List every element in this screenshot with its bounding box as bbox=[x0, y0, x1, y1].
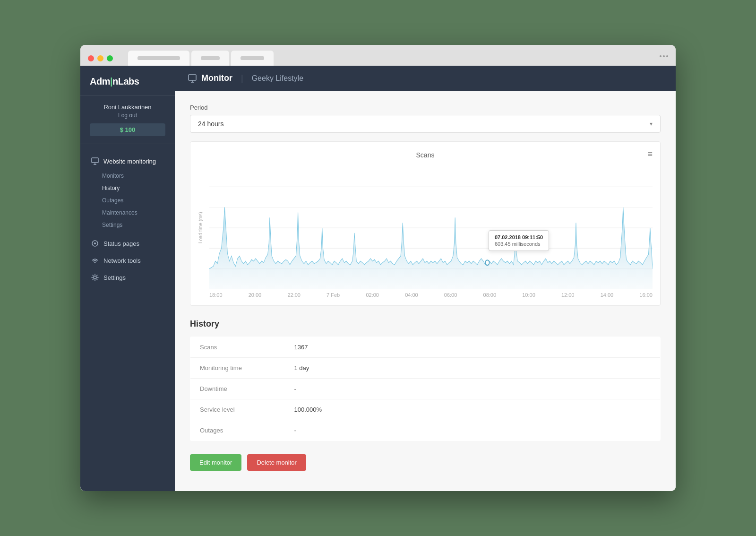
sidebar-item-settings[interactable]: Settings bbox=[80, 269, 175, 286]
table-row: Service level 100.000% bbox=[190, 399, 661, 420]
svg-point-4 bbox=[94, 242, 96, 244]
x-label: 20:00 bbox=[249, 292, 262, 298]
x-label: 06:00 bbox=[444, 292, 457, 298]
sidebar-sub-menu: Monitors History Outages Maintenances Se… bbox=[80, 170, 175, 231]
chart-title: Scans bbox=[198, 151, 653, 159]
close-button[interactable] bbox=[88, 55, 94, 61]
content-area: Period 24 hours ▾ Scans ≡ Load time (ms) bbox=[175, 91, 676, 484]
x-axis: 18:00 20:00 22:00 7 Feb 02:00 04:00 06:0… bbox=[198, 289, 653, 298]
sidebar-item-settings-sub[interactable]: Settings bbox=[102, 219, 175, 231]
row-value: - bbox=[285, 379, 661, 399]
top-bar: Monitor | Geeky Lifestyle bbox=[175, 66, 676, 91]
x-label: 7 Feb bbox=[326, 292, 340, 298]
table-row: Downtime - bbox=[190, 379, 661, 399]
row-value: 100.000% bbox=[285, 399, 661, 420]
browser-body: Adm|nLabs Roni Laukkarinen Log out $ 100… bbox=[80, 66, 676, 491]
main-content: Monitor | Geeky Lifestyle Period 24 hour… bbox=[175, 66, 676, 491]
period-selected-value: 24 hours bbox=[198, 120, 223, 128]
minimize-button[interactable] bbox=[97, 55, 103, 61]
traffic-lights bbox=[88, 55, 113, 61]
user-name: Roni Laukkarinen bbox=[90, 104, 165, 111]
user-balance: $ 100 bbox=[90, 123, 165, 136]
logo-area: Adm|nLabs bbox=[80, 66, 175, 96]
chart-svg bbox=[209, 166, 653, 289]
edit-monitor-button[interactable]: Edit monitor bbox=[190, 454, 241, 471]
page-subtitle: Geeky Lifestyle bbox=[252, 74, 303, 83]
x-label: 14:00 bbox=[601, 292, 614, 298]
chart-menu-icon[interactable]: ≡ bbox=[647, 149, 653, 159]
history-title: History bbox=[190, 319, 661, 329]
chart-tooltip-dot bbox=[485, 260, 490, 265]
svg-rect-7 bbox=[189, 75, 196, 80]
sidebar: Adm|nLabs Roni Laukkarinen Log out $ 100… bbox=[80, 66, 175, 491]
row-label: Downtime bbox=[190, 379, 285, 399]
chart-line bbox=[209, 207, 653, 269]
sidebar-website-monitoring-section: Website monitoring Monitors History Outa… bbox=[80, 144, 175, 235]
sidebar-item-label: Settings bbox=[103, 274, 126, 281]
sidebar-item-website-monitoring[interactable]: Website monitoring bbox=[80, 153, 175, 170]
sidebar-item-monitors[interactable]: Monitors bbox=[102, 170, 175, 182]
page-title: Monitor bbox=[201, 73, 232, 83]
svg-point-6 bbox=[94, 276, 96, 279]
top-bar-monitor-icon bbox=[188, 74, 197, 83]
sidebar-item-label: Status pages bbox=[103, 240, 139, 247]
x-label: 16:00 bbox=[639, 292, 653, 298]
x-label: 02:00 bbox=[366, 292, 379, 298]
monitor-icon bbox=[91, 157, 99, 165]
table-row: Outages - bbox=[190, 420, 661, 441]
delete-monitor-button[interactable]: Delete monitor bbox=[247, 454, 306, 471]
sidebar-item-status-pages[interactable]: Status pages bbox=[80, 235, 175, 252]
logo: Adm|nLabs bbox=[90, 76, 165, 87]
action-buttons: Edit monitor Delete monitor bbox=[190, 454, 661, 471]
sidebar-item-label: Website monitoring bbox=[103, 158, 156, 165]
sidebar-item-maintenances[interactable]: Maintenances bbox=[102, 207, 175, 219]
row-value: 1367 bbox=[285, 337, 661, 358]
sidebar-item-history[interactable]: History bbox=[102, 182, 175, 194]
sidebar-item-label: Network tools bbox=[103, 257, 141, 264]
browser-menu[interactable] bbox=[660, 55, 668, 61]
chart-container: Scans ≡ Load time (ms) bbox=[190, 141, 661, 306]
sidebar-item-network-tools[interactable]: Network tools bbox=[80, 252, 175, 269]
tab-bar bbox=[128, 51, 274, 66]
x-label: 08:00 bbox=[483, 292, 497, 298]
svg-point-5 bbox=[94, 262, 96, 263]
history-table: Scans 1367 Monitoring time 1 day Downtim… bbox=[190, 337, 661, 441]
sidebar-item-outages[interactable]: Outages bbox=[102, 194, 175, 207]
maximize-button[interactable] bbox=[107, 55, 113, 61]
title-divider: | bbox=[241, 73, 243, 83]
table-row: Monitoring time 1 day bbox=[190, 358, 661, 379]
x-label: 10:00 bbox=[522, 292, 535, 298]
x-label: 18:00 bbox=[209, 292, 223, 298]
logout-link[interactable]: Log out bbox=[90, 112, 165, 119]
row-label: Scans bbox=[190, 337, 285, 358]
chart-wrapper: Load time (ms) bbox=[198, 166, 653, 289]
y-axis-label: Load time (ms) bbox=[198, 166, 207, 289]
browser-window: Adm|nLabs Roni Laukkarinen Log out $ 100… bbox=[80, 45, 676, 491]
period-select[interactable]: 24 hours ▾ bbox=[190, 115, 661, 133]
network-icon bbox=[91, 257, 99, 264]
table-row: Scans 1367 bbox=[190, 337, 661, 358]
user-area: Roni Laukkarinen Log out $ 100 bbox=[80, 96, 175, 144]
x-label: 04:00 bbox=[405, 292, 418, 298]
x-label: 22:00 bbox=[287, 292, 301, 298]
chart-svg-area: 07.02.2018 09:11:50 603.45 milliseconds bbox=[209, 166, 653, 289]
row-value: - bbox=[285, 420, 661, 441]
browser-chrome bbox=[80, 45, 676, 66]
browser-tab-3[interactable] bbox=[231, 51, 274, 66]
browser-tab-2[interactable] bbox=[191, 51, 229, 66]
svg-rect-0 bbox=[92, 158, 98, 163]
row-label: Service level bbox=[190, 399, 285, 420]
x-label: 12:00 bbox=[561, 292, 575, 298]
period-label: Period bbox=[190, 104, 661, 111]
settings-icon bbox=[91, 274, 99, 281]
chevron-down-icon: ▾ bbox=[650, 121, 653, 127]
row-label: Outages bbox=[190, 420, 285, 441]
row-label: Monitoring time bbox=[190, 358, 285, 379]
status-icon bbox=[91, 240, 99, 247]
row-value: 1 day bbox=[285, 358, 661, 379]
browser-tab-1[interactable] bbox=[128, 51, 189, 66]
